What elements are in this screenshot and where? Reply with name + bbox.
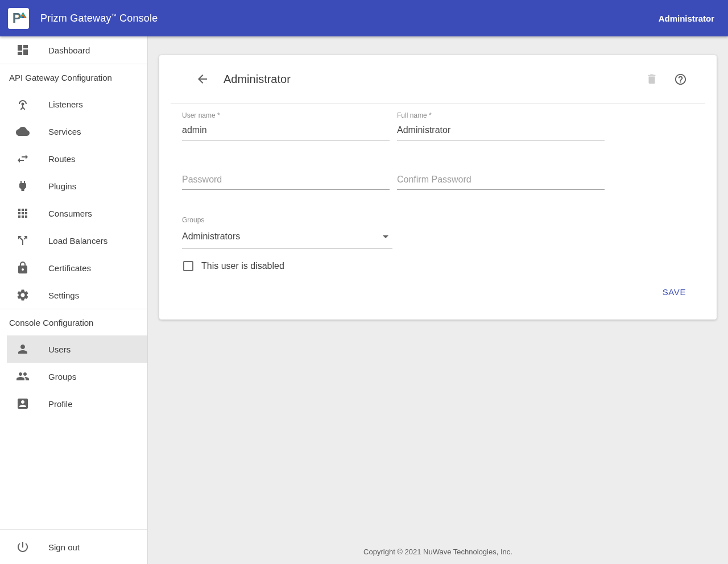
sidebar-item-settings[interactable]: Settings [0, 281, 147, 309]
sidebar-item-consumers[interactable]: Consumers [0, 200, 147, 227]
sidebar-section-api-gateway: API Gateway Configuration [0, 64, 147, 90]
sidebar-item-groups[interactable]: Groups [0, 363, 147, 390]
cloud-icon [16, 125, 30, 138]
sidebar-item-profile[interactable]: Profile [0, 390, 147, 417]
groups-select[interactable]: Administrators [182, 227, 392, 248]
groups-row: Groups Administrators [182, 216, 694, 248]
user-disabled-label: This user is disabled [201, 261, 284, 271]
chevron-down-icon [379, 230, 392, 243]
copyright-footer: Copyright © 2021 NuWave Technologies, In… [148, 548, 728, 564]
sidebar-item-plugins[interactable]: Plugins [0, 172, 147, 200]
sign-out-button[interactable]: Sign out [0, 530, 147, 564]
current-user-label[interactable]: Administrator [659, 14, 714, 23]
app-logo: P [8, 8, 29, 29]
groups-select-value: Administrators [182, 231, 240, 242]
gear-icon [16, 288, 30, 302]
apps-grid-icon [16, 206, 30, 220]
sidebar-item-label: Groups [48, 372, 76, 381]
listeners-icon [16, 97, 30, 111]
password-field [182, 172, 390, 190]
username-field: User name * [182, 111, 390, 140]
sidebar-item-label: Settings [48, 291, 79, 300]
sidebar-item-dashboard[interactable]: Dashboard [0, 36, 147, 64]
app-title-rest: Console [119, 13, 158, 24]
user-detail-card: Administrator User name * Full name * [159, 55, 717, 320]
lock-icon [16, 261, 30, 275]
contact-card-icon [16, 397, 30, 410]
user-disabled-row[interactable]: This user is disabled [182, 261, 694, 271]
form-actions: SAVE [182, 283, 694, 301]
sidebar-item-certificates[interactable]: Certificates [0, 254, 147, 281]
username-input[interactable] [182, 123, 390, 140]
save-button[interactable]: SAVE [658, 283, 690, 301]
sidebar-section-console: Console Configuration [0, 309, 147, 335]
sidebar-item-label: Dashboard [48, 45, 90, 55]
fullname-field: Full name * [397, 111, 605, 140]
password-row [182, 172, 694, 190]
password-input[interactable] [182, 172, 390, 190]
delete-icon[interactable] [646, 73, 658, 85]
power-icon [16, 540, 30, 554]
help-icon[interactable] [674, 73, 687, 86]
sidebar-item-label: Listeners [48, 99, 83, 109]
groups-field: Groups Administrators [182, 216, 392, 248]
call-split-icon [16, 234, 30, 247]
app-title-tm: ™ [111, 13, 117, 19]
sidebar-item-routes[interactable]: Routes [0, 145, 147, 172]
swap-arrows-icon [16, 152, 30, 165]
fullname-input[interactable] [397, 123, 605, 140]
sidebar-item-label: Certificates [48, 263, 91, 273]
confirm-password-input[interactable] [397, 172, 605, 190]
back-arrow-icon[interactable] [196, 72, 209, 86]
sidebar-item-listeners[interactable]: Listeners [0, 90, 147, 118]
main-content: Administrator User name * Full name * [148, 36, 728, 564]
sidebar-item-load-balancers[interactable]: Load Balancers [0, 227, 147, 254]
fullname-label: Full name * [397, 111, 605, 119]
sidebar-item-label: Users [48, 345, 71, 354]
dashboard-icon [16, 43, 30, 57]
sidebar-item-label: Routes [48, 154, 76, 164]
person-icon [16, 342, 30, 356]
logo-prism-icon [19, 12, 27, 19]
card-header: Administrator [159, 55, 717, 103]
name-row: User name * Full name * [182, 111, 694, 140]
sidebar: Dashboard API Gateway Configuration List… [0, 36, 148, 564]
sidebar-item-label: Plugins [48, 181, 76, 191]
people-icon [16, 370, 30, 383]
page-title: Administrator [224, 73, 291, 86]
groups-label: Groups [182, 216, 392, 224]
sign-out-label: Sign out [48, 542, 80, 552]
confirm-password-field [397, 172, 605, 190]
sidebar-item-label: Load Balancers [48, 236, 107, 246]
plug-icon [16, 179, 30, 193]
user-disabled-checkbox[interactable] [183, 261, 193, 271]
top-app-bar: P Prizm Gateway™ Console Administrator [0, 0, 728, 36]
app-title: Prizm Gateway™ Console [40, 13, 158, 24]
sidebar-item-services[interactable]: Services [0, 118, 147, 145]
app-title-main: Prizm Gateway [40, 13, 111, 24]
sidebar-item-label: Profile [48, 399, 73, 409]
sidebar-item-users[interactable]: Users [7, 335, 147, 363]
username-label: User name * [182, 111, 390, 119]
sidebar-item-label: Consumers [48, 209, 92, 218]
sidebar-item-label: Services [48, 127, 81, 136]
sidebar-footer: Sign out [0, 529, 147, 564]
user-form: User name * Full name * Groups [159, 103, 717, 320]
